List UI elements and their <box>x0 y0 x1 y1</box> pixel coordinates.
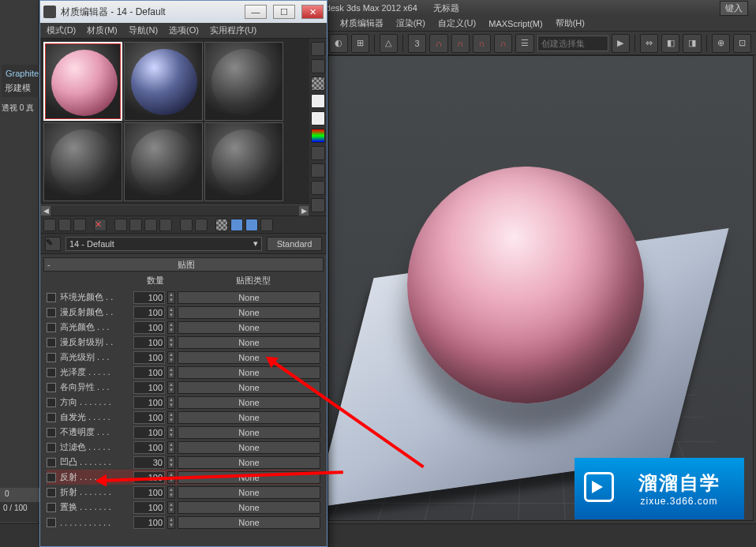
amount-spinner[interactable]: 100 <box>133 501 165 514</box>
close-button[interactable]: ✕ <box>301 5 324 19</box>
spinner-buttons[interactable]: ▲▼ <box>167 441 175 454</box>
minimize-button[interactable]: — <box>245 5 267 19</box>
main-menu-render[interactable]: 渲染(R) <box>396 17 425 29</box>
sample-slot-1[interactable] <box>43 42 122 121</box>
map-checkbox[interactable] <box>47 308 56 317</box>
map-checkbox[interactable] <box>47 338 56 347</box>
show-end-icon[interactable] <box>195 219 208 231</box>
menu-util[interactable]: 实用程序(U) <box>210 24 256 36</box>
spinner-buttons[interactable]: ▲▼ <box>167 321 175 334</box>
map-checkbox[interactable] <box>47 293 56 302</box>
perspective-label[interactable]: 透视 0 真 <box>2 103 34 114</box>
named-selection-input[interactable] <box>537 36 608 51</box>
video-color-icon[interactable] <box>311 129 325 143</box>
backlight-icon[interactable] <box>311 59 325 73</box>
map-slot-button[interactable]: None <box>178 441 320 454</box>
map-slot-button[interactable]: None <box>178 516 320 529</box>
background-icon[interactable] <box>311 77 325 91</box>
map-slot-button[interactable]: None <box>178 336 320 349</box>
map-checkbox[interactable] <box>47 428 56 437</box>
spinner-buttons[interactable]: ▲▼ <box>167 306 175 319</box>
sample-slot-3[interactable] <box>204 42 283 121</box>
map-checkbox[interactable] <box>47 443 56 452</box>
tool-icon[interactable]: ⊞ <box>351 34 369 53</box>
scroll-left-icon[interactable]: ◀ <box>40 205 51 216</box>
map-slot-button[interactable]: None <box>178 426 320 439</box>
menu-options[interactable]: 选项(O) <box>169 24 199 36</box>
tool-icon[interactable]: ◐ <box>329 34 347 53</box>
amount-spinner[interactable]: 100 <box>133 516 165 529</box>
sample-slot-2[interactable] <box>124 42 203 121</box>
type-hint[interactable]: 键入 <box>720 1 748 16</box>
map-slot-button[interactable]: None <box>178 381 320 394</box>
sphere-object[interactable] <box>407 167 644 403</box>
map-slot-button[interactable]: None <box>178 351 320 364</box>
tool-icon[interactable]: ☰ <box>515 34 533 53</box>
make-preview-icon[interactable] <box>311 146 325 160</box>
sample-slot-4[interactable] <box>43 122 122 201</box>
amount-spinner[interactable]: 100 <box>133 486 165 499</box>
amount-spinner[interactable]: 100 <box>133 291 165 304</box>
tool-icon[interactable]: ⊕ <box>712 34 730 53</box>
main-menu-customize[interactable]: 自定义(U) <box>438 17 476 29</box>
sample-slot-5[interactable] <box>124 122 203 201</box>
map-slot-button[interactable]: None <box>178 411 320 424</box>
spinner-buttons[interactable]: ▲▼ <box>167 336 175 349</box>
map-slot-button[interactable]: None <box>178 396 320 409</box>
assign-to-sel-icon[interactable] <box>73 219 86 231</box>
amount-spinner[interactable]: 100 <box>133 441 165 454</box>
scroll-right-icon[interactable]: ▶ <box>298 205 309 216</box>
map-checkbox[interactable] <box>47 518 56 527</box>
show-map-icon[interactable] <box>180 219 193 231</box>
put-to-lib-icon[interactable] <box>144 219 157 231</box>
map-slot-button[interactable]: None <box>178 366 320 379</box>
spinner-buttons[interactable]: ▲▼ <box>167 351 175 364</box>
map-checkbox[interactable] <box>47 488 56 497</box>
mat-map-nav-icon[interactable] <box>311 198 325 212</box>
map-checkbox[interactable] <box>47 383 56 392</box>
viewport[interactable] <box>327 55 754 521</box>
map-checkbox[interactable] <box>47 413 56 422</box>
reset-map-icon[interactable]: ✕ <box>94 219 107 231</box>
modeling-label[interactable]: 形建模 <box>2 79 39 97</box>
material-name-dropdown[interactable]: 14 - Default▾ <box>65 237 262 251</box>
menu-material[interactable]: 材质(M) <box>87 24 118 36</box>
sample-uv-icon[interactable] <box>311 111 325 126</box>
map-slot-button[interactable]: None <box>178 456 320 469</box>
amount-spinner[interactable]: 30 <box>133 456 165 469</box>
tool-three-icon[interactable]: 3 <box>408 34 426 53</box>
amount-spinner[interactable]: 100 <box>133 426 165 439</box>
go-sibling-icon[interactable] <box>260 219 273 231</box>
spinner-buttons[interactable]: ▲▼ <box>167 291 175 304</box>
amount-spinner[interactable]: 100 <box>133 321 165 334</box>
sample-uv-icon[interactable] <box>311 94 325 108</box>
spinner-buttons[interactable]: ▲▼ <box>167 426 175 439</box>
go-parent-icon[interactable] <box>230 219 243 231</box>
window-titlebar[interactable]: 材质编辑器 - 14 - Default — ☐ ✕ <box>40 1 327 23</box>
map-checkbox[interactable] <box>47 503 56 512</box>
map-checkbox[interactable] <box>47 323 56 332</box>
amount-spinner[interactable]: 100 <box>133 351 165 364</box>
spinner-buttons[interactable]: ▲▼ <box>167 516 175 529</box>
material-type-button[interactable]: Standard <box>267 237 322 251</box>
map-slot-button[interactable]: None <box>178 291 320 304</box>
amount-spinner[interactable]: 100 <box>133 381 165 394</box>
main-menu-maxscript[interactable]: MAXScript(M) <box>488 19 542 28</box>
amount-spinner[interactable]: 100 <box>133 411 165 424</box>
map-slot-button[interactable]: None <box>178 486 320 499</box>
map-slot-button[interactable]: None <box>178 306 320 319</box>
spinner-buttons[interactable]: ▲▼ <box>167 501 175 514</box>
amount-spinner[interactable]: 100 <box>133 366 165 379</box>
map-slot-button[interactable]: None <box>178 321 320 334</box>
snap-icon[interactable]: ∩ <box>429 34 447 53</box>
tool-icon[interactable]: ⊡ <box>733 34 751 53</box>
get-material-icon[interactable] <box>43 219 56 231</box>
main-menu-matedit[interactable]: 材质编辑器 <box>340 17 384 29</box>
map-checkbox[interactable] <box>47 398 56 407</box>
tool-icon[interactable]: ◧ <box>661 34 679 53</box>
tool-icon[interactable]: △ <box>380 34 398 53</box>
map-checkbox[interactable] <box>47 353 56 362</box>
pick-material-icon[interactable]: ✎ <box>45 237 61 251</box>
mirror-icon[interactable]: ⇔ <box>640 34 658 53</box>
sample-slot-6[interactable] <box>204 122 283 201</box>
